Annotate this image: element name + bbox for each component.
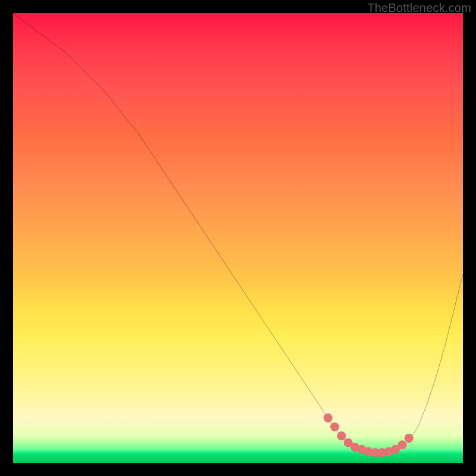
marker-dot — [331, 423, 339, 431]
plot-area — [13, 13, 463, 463]
optimal-range-markers — [324, 414, 413, 457]
marker-dot — [405, 434, 413, 443]
curve-svg — [13, 13, 463, 463]
watermark-text: TheBottleneck.com — [367, 1, 471, 15]
marker-dot — [398, 441, 406, 449]
marker-dot — [324, 414, 332, 422]
marker-dot — [337, 432, 346, 440]
chart-frame: TheBottleneck.com — [0, 0, 476, 476]
bottleneck-curve — [13, 13, 463, 454]
